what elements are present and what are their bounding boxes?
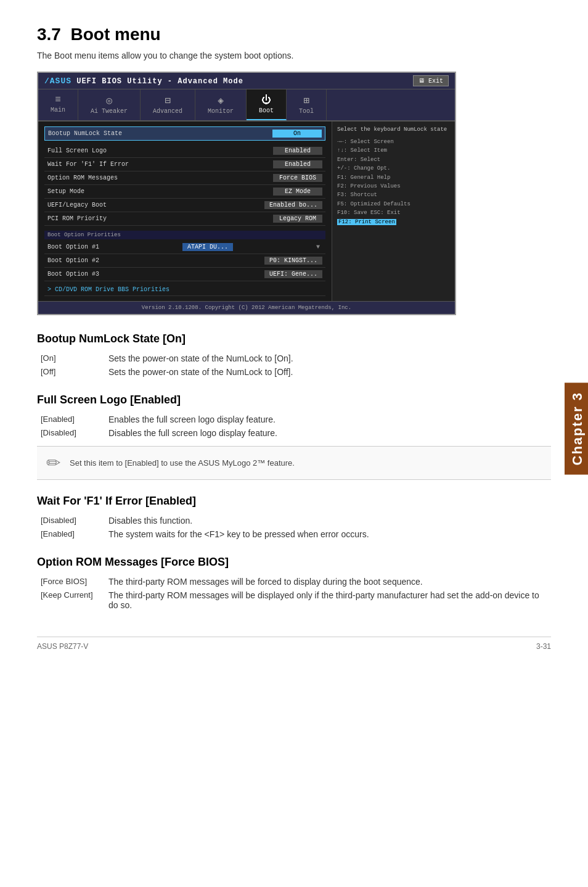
wait-f1-heading: Wait For 'F1' If Error [Enabled]	[37, 495, 551, 508]
nav-monitor[interactable]: ◈ Monitor	[195, 89, 247, 120]
bios-exit-button[interactable]: 🖥 Exit	[413, 75, 449, 86]
nav-ai-tweaker-label: Ai Tweaker	[91, 108, 128, 115]
waitf1-value: Enabled	[273, 160, 322, 168]
force-bios-row: [Force BIOS] The third-party ROM message…	[37, 575, 551, 588]
bios-logo: /ASUS UEFI BIOS Utility - Advanced Mode	[44, 76, 243, 86]
uefilegacy-value: Enabled bo...	[264, 201, 322, 209]
numlock-value: On	[272, 130, 322, 138]
nav-advanced-label: Advanced	[153, 108, 182, 115]
setupmode-label: Setup Mode	[47, 188, 84, 195]
nav-main[interactable]: ≡ Main	[38, 89, 78, 120]
help-key-9: F10: Save ESC: Exit	[337, 208, 450, 217]
option-rom-table: [Force BIOS] The third-party ROM message…	[37, 575, 551, 612]
bios-row-fullscreen[interactable]: Full Screen Logo Enabled	[44, 144, 325, 158]
bios-row-numlock[interactable]: Bootup NumLock State On	[44, 126, 325, 141]
numlock-off-row: [Off] Sets the power-on state of the Num…	[37, 365, 551, 379]
boot-options-header: Boot Option Priorities	[44, 231, 325, 239]
logo-enabled-key: [Enabled]	[37, 413, 105, 426]
boot1-value: ATAPI DU...	[182, 243, 233, 251]
numlock-off-desc: Sets the power-on state of the NumLock t…	[105, 365, 551, 379]
section-number: 3.7	[37, 25, 61, 44]
brand-label: ASUS P8Z77-V	[37, 642, 88, 651]
help-key-1: →←: Select Screen	[337, 138, 450, 146]
logo-disabled-key: [Disabled]	[37, 426, 105, 440]
section-option-rom: Option ROM Messages [Force BIOS] [Force …	[37, 556, 551, 612]
help-key-2: ↑↓: Select Item	[337, 146, 450, 155]
help-key-5: F1: General Help	[337, 173, 450, 182]
help-key-f12: F12: Print Screen	[337, 218, 450, 226]
help-key-3: Enter: Select	[337, 155, 450, 164]
nav-main-label: Main	[51, 107, 65, 113]
bios-titlebar: /ASUS UEFI BIOS Utility - Advanced Mode …	[38, 73, 455, 89]
pcipriority-value: Legacy ROM	[273, 215, 322, 223]
nav-boot-icon: ⏻	[259, 94, 274, 106]
logo-disabled-desc: Disables the full screen logo display fe…	[105, 426, 551, 440]
bios-row-uefilegacy[interactable]: UEFI/Legacy Boot Enabled bo...	[44, 199, 325, 212]
wait-enabled-desc: The system waits for the <F1> key to be …	[105, 527, 551, 541]
chapter-sidebar: Chapter 3	[565, 382, 588, 474]
boot2-label: Boot Option #2	[47, 257, 99, 264]
cddvd-label: > CD/DVD ROM Drive BBS Priorities	[47, 286, 169, 293]
section-title: 3.7 Boot menu	[37, 25, 551, 44]
note-icon: ✏	[46, 453, 60, 473]
nav-ai-tweaker[interactable]: ◎ Ai Tweaker	[78, 89, 141, 120]
bios-row-setupmode[interactable]: Setup Mode EZ Mode	[44, 185, 325, 199]
section-wait-f1: Wait For 'F1' If Error [Enabled] [Disabl…	[37, 495, 551, 541]
numlock-on-key: [On]	[37, 352, 105, 365]
nav-monitor-label: Monitor	[208, 108, 234, 115]
nav-boot-label: Boot	[259, 107, 274, 114]
bios-row-waitf1[interactable]: Wait For 'F1' If Error Enabled	[44, 158, 325, 171]
logo-enabled-desc: Enables the full screen logo display fea…	[105, 413, 551, 426]
nav-ai-tweaker-icon: ◎	[91, 94, 128, 107]
nav-boot[interactable]: ⏻ Boot	[247, 89, 287, 120]
boot2-value: P0: KINGST...	[264, 257, 322, 265]
nav-tool[interactable]: ⊞ Tool	[287, 89, 327, 120]
bios-row-boot1[interactable]: Boot Option #1 ATAPI DU... ▼	[44, 241, 325, 254]
bios-row-pcipriority[interactable]: PCI ROM Priority Legacy ROM	[44, 212, 325, 226]
nav-advanced[interactable]: ⊟ Advanced	[141, 89, 195, 120]
bootup-numlock-table: [On] Sets the power-on state of the NumL…	[37, 352, 551, 379]
uefilegacy-label: UEFI/Legacy Boot	[47, 202, 107, 208]
numlock-on-desc: Sets the power-on state of the NumLock t…	[105, 352, 551, 365]
help-key-4: +/-: Change Opt.	[337, 164, 450, 173]
fullscreen-value: Enabled	[273, 147, 322, 155]
wait-disabled-key: [Disabled]	[37, 514, 105, 527]
numlock-off-key: [Off]	[37, 365, 105, 379]
numlock-label: Bootup NumLock State	[48, 130, 122, 137]
nav-advanced-icon: ⊟	[153, 94, 182, 107]
optionrom-value: Force BIOS	[273, 174, 322, 182]
bottom-bar: ASUS P8Z77-V 3-31	[37, 637, 551, 651]
waitf1-label: Wait For 'F1' If Error	[47, 161, 129, 168]
note-box: ✏ Set this item to [Enabled] to use the …	[37, 446, 551, 480]
boot3-value: UEFI: Gene...	[264, 270, 322, 278]
keep-current-desc: The third-party ROM messages will be dis…	[105, 588, 551, 612]
section-full-screen-logo: Full Screen Logo [Enabled] [Enabled] Ena…	[37, 394, 551, 480]
bios-row-boot3[interactable]: Boot Option #3 UEFI: Gene...	[44, 268, 325, 281]
bios-body: Bootup NumLock State On Full Screen Logo…	[38, 122, 455, 301]
page-title: Boot menu	[71, 25, 161, 44]
help-key-6: F2: Previous Values	[337, 182, 450, 191]
force-bios-key: [Force BIOS]	[37, 575, 105, 588]
help-key-7: F3: Shortcut	[337, 191, 450, 199]
full-screen-logo-table: [Enabled] Enables the full screen logo d…	[37, 413, 551, 440]
bios-help-sidebar: Select the keyboard NumLock state →←: Se…	[332, 122, 455, 301]
scroll-arrow: ▼	[316, 244, 322, 250]
page-container: Chapter 3 3.7 Boot menu The Boot menu it…	[0, 0, 588, 675]
bios-footer: Version 2.10.1208. Copyright (C) 2012 Am…	[38, 301, 455, 314]
bios-row-cddvd[interactable]: > CD/DVD ROM Drive BBS Priorities	[44, 284, 325, 296]
bios-row-optionrom[interactable]: Option ROM Messages Force BIOS	[44, 171, 325, 185]
setupmode-value: EZ Mode	[273, 188, 322, 196]
numlock-on-row: [On] Sets the power-on state of the NumL…	[37, 352, 551, 365]
nav-main-icon: ≡	[51, 94, 65, 105]
keep-current-row: [Keep Current] The third-party ROM messa…	[37, 588, 551, 612]
bios-main-panel: Bootup NumLock State On Full Screen Logo…	[38, 122, 332, 301]
help-description: Select the keyboard NumLock state	[337, 126, 450, 133]
boot3-label: Boot Option #3	[47, 271, 99, 278]
wait-disabled-desc: Disables this function.	[105, 514, 551, 527]
fullscreen-label: Full Screen Logo	[47, 147, 107, 154]
wait-disabled-row: [Disabled] Disables this function.	[37, 514, 551, 527]
bios-row-boot2[interactable]: Boot Option #2 P0: KINGST...	[44, 254, 325, 268]
logo-enabled-row: [Enabled] Enables the full screen logo d…	[37, 413, 551, 426]
pcipriority-label: PCI ROM Priority	[47, 215, 107, 222]
page-number: 3-31	[536, 642, 551, 651]
